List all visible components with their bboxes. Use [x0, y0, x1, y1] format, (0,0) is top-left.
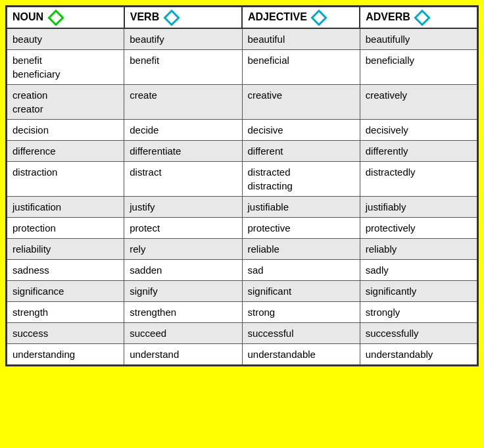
verb-diamond-icon: [163, 9, 180, 26]
cell-noun-8: reliability: [7, 238, 124, 259]
cell-verb-9: sadden: [124, 259, 242, 280]
cell-adjective-8: reliable: [242, 238, 360, 259]
table-row: distractiondistractdistracteddistracting…: [7, 161, 478, 196]
cell-verb-3: decide: [124, 119, 242, 140]
table-row: significancesignifysignificantsignifican…: [7, 280, 478, 301]
header-verb: VERB: [124, 7, 242, 28]
cell-verb-10: signify: [124, 280, 242, 301]
cell-adjective-6: justifiable: [242, 196, 360, 217]
cell-verb-11: strengthen: [124, 301, 242, 322]
cell-noun-0: beauty: [7, 28, 124, 50]
cell-verb-7: protect: [124, 217, 242, 238]
cell-adjective-10: significant: [242, 280, 360, 301]
cell-adjective-0: beautiful: [242, 28, 360, 50]
cell-adverb-6: justifiably: [360, 196, 477, 217]
cell-adverb-12: successfully: [360, 322, 477, 343]
cell-noun-5: distraction: [7, 161, 124, 196]
table-row: justificationjustifyjustifiablejustifiab…: [7, 196, 478, 217]
cell-noun-11: strength: [7, 301, 124, 322]
noun-diamond-icon: [47, 9, 64, 26]
cell-adjective-12: successful: [242, 322, 360, 343]
table-row: protectionprotectprotectiveprotectively: [7, 217, 478, 238]
table-row: strengthstrengthenstrongstrongly: [7, 301, 478, 322]
header-adv-label: ADVERB: [366, 11, 410, 22]
cell-adverb-5: distractedly: [360, 161, 477, 196]
cell-adverb-10: significantly: [360, 280, 477, 301]
adj-diamond-icon: [311, 9, 327, 26]
table-row: beautybeautifybeautifulbeautifully: [7, 28, 478, 50]
cell-verb-1: benefit: [124, 49, 242, 84]
header-verb-label: VERB: [130, 11, 159, 22]
cell-adjective-1: beneficial: [242, 49, 360, 84]
cell-verb-13: understand: [124, 343, 242, 365]
cell-adverb-3: decisively: [360, 119, 477, 140]
cell-noun-13: understanding: [7, 343, 124, 365]
cell-adjective-7: protective: [242, 217, 360, 238]
header-noun-label: NOUN: [12, 11, 43, 22]
cell-noun-12: success: [7, 322, 124, 343]
cell-adjective-11: strong: [242, 301, 360, 322]
header-noun: NOUN: [7, 7, 124, 28]
table-row: reliabilityrelyreliablereliably: [7, 238, 478, 259]
cell-verb-8: rely: [124, 238, 242, 259]
cell-noun-1: benefitbeneficiary: [7, 49, 124, 84]
cell-noun-7: protection: [7, 217, 124, 238]
table-row: sadnesssaddensadsadly: [7, 259, 478, 280]
cell-adjective-9: sad: [242, 259, 360, 280]
cell-verb-0: beautify: [124, 28, 242, 50]
table-row: successsucceedsuccessfulsuccessfully: [7, 322, 478, 343]
cell-verb-12: succeed: [124, 322, 242, 343]
table-row: benefitbeneficiarybenefitbeneficialbenef…: [7, 49, 478, 84]
cell-adverb-1: beneficially: [360, 49, 477, 84]
cell-noun-2: creationcreator: [7, 84, 124, 119]
cell-adjective-4: different: [242, 140, 360, 161]
cell-adverb-0: beautifully: [360, 28, 477, 50]
cell-adverb-2: creatively: [360, 84, 477, 119]
adv-diamond-icon: [414, 9, 431, 26]
cell-verb-4: differentiate: [124, 140, 242, 161]
cell-adverb-4: differently: [360, 140, 477, 161]
cell-adjective-5: distracteddistracting: [242, 161, 360, 196]
cell-noun-6: justification: [7, 196, 124, 217]
cell-adverb-13: understandably: [360, 343, 477, 365]
cell-adjective-3: decisive: [242, 119, 360, 140]
table-row: understandingunderstandunderstandableund…: [7, 343, 478, 365]
table-row: decisiondecidedecisivedecisively: [7, 119, 478, 140]
cell-verb-6: justify: [124, 196, 242, 217]
cell-verb-2: create: [124, 84, 242, 119]
cell-noun-3: decision: [7, 119, 124, 140]
cell-noun-4: difference: [7, 140, 124, 161]
cell-adverb-7: protectively: [360, 217, 477, 238]
cell-adjective-13: understandable: [242, 343, 360, 365]
cell-adverb-11: strongly: [360, 301, 477, 322]
cell-noun-9: sadness: [7, 259, 124, 280]
table-row: creationcreatorcreatecreativecreatively: [7, 84, 478, 119]
cell-verb-5: distract: [124, 161, 242, 196]
cell-adverb-8: reliably: [360, 238, 477, 259]
header-adverb: ADVERB: [360, 7, 477, 28]
cell-noun-10: significance: [7, 280, 124, 301]
table-row: differencedifferentiatedifferentdifferen…: [7, 140, 478, 161]
cell-adjective-2: creative: [242, 84, 360, 119]
header-adjective: ADJECTIVE: [242, 7, 360, 28]
cell-adverb-9: sadly: [360, 259, 477, 280]
header-adj-label: ADJECTIVE: [248, 11, 307, 22]
